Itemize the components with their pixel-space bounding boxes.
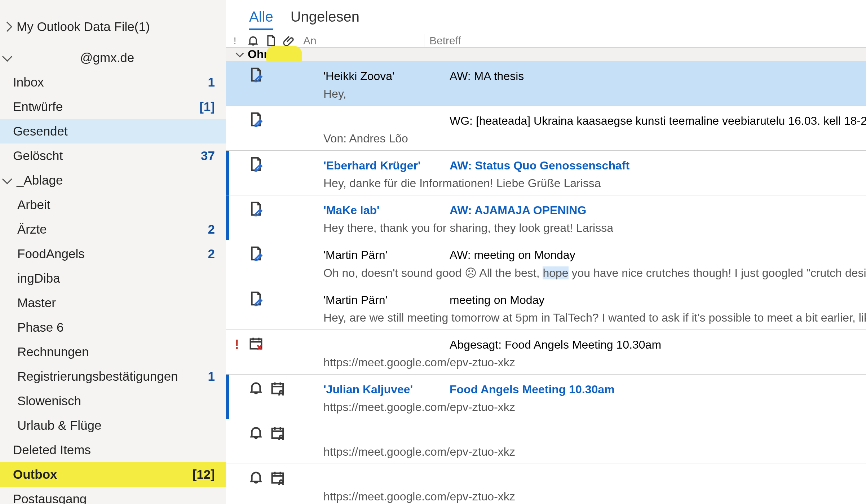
- folder-row[interactable]: Gelöscht37: [0, 143, 226, 168]
- subfolder-count: 2: [208, 222, 215, 236]
- message-row[interactable]: https://meet.google.com/epv-ztuo-xkz: [226, 419, 866, 464]
- deleted-items-label: Deleted Items: [13, 443, 91, 457]
- message-to: 'Martin Pärn': [323, 293, 450, 307]
- message-row[interactable]: 'Heikki Zoova'AW: MA thesisHey,: [226, 61, 866, 106]
- message-preview: Von: Andres Lõo: [226, 132, 866, 145]
- message-subject: AW: Status Quo Genossenschaft: [450, 159, 866, 172]
- subfolder-row[interactable]: Phase 6: [0, 315, 226, 340]
- message-preview: Hey, danke für die Informationen! Liebe …: [226, 177, 866, 190]
- postausgang-row[interactable]: Postausgang: [0, 487, 226, 504]
- subfolder-row[interactable]: Rechnungen: [0, 340, 226, 364]
- message-subject: Abgesagt: Food Angels Meeting 10.30am: [450, 338, 866, 352]
- col-importance[interactable]: !: [226, 34, 244, 47]
- row-icons: [248, 424, 302, 444]
- subfolder-row[interactable]: Ärzte2: [0, 217, 226, 242]
- subfolder-row[interactable]: Master: [0, 291, 226, 315]
- message-preview: Hey there, thank you for sharing, they l…: [226, 221, 866, 235]
- subfolder-label: Urlaub & Flüge: [17, 418, 101, 433]
- message-row[interactable]: 'Martin Pärn'meeting on ModayHey, are we…: [226, 285, 866, 330]
- calendar-people-icon: [269, 469, 286, 488]
- tab-all[interactable]: Alle: [249, 9, 273, 30]
- col-reminder[interactable]: [244, 34, 262, 47]
- tab-unread[interactable]: Ungelesen: [291, 9, 359, 30]
- deleted-items-row[interactable]: Deleted Items: [0, 438, 226, 462]
- subfolder-row[interactable]: Registrierungsbestätigungen1: [0, 364, 226, 389]
- paperclip-icon: [283, 34, 296, 47]
- row-icons: [248, 66, 302, 86]
- subfolder-label: Slowenisch: [17, 394, 81, 408]
- row-icons: [248, 290, 302, 310]
- draft-icon: [248, 66, 264, 86]
- message-preview: https://meet.google.com/epv-ztuo-xkz: [226, 490, 866, 503]
- message-preview: Hey,: [226, 87, 866, 101]
- message-preview: Oh no, doesn't sound good ☹ All the best…: [226, 266, 866, 280]
- folder-row[interactable]: Gesendet: [0, 119, 226, 143]
- subfolder-label: Registrierungsbestätigungen: [17, 369, 178, 384]
- folder-count: [1]: [199, 100, 215, 114]
- data-file-row[interactable]: My Outlook Data File(1): [0, 14, 226, 39]
- draft-icon: [248, 111, 264, 131]
- message-preview: https://meet.google.com/epv-ztuo-xkz: [226, 356, 866, 369]
- message-to: 'Heikki Zoova': [323, 70, 450, 83]
- folder-row[interactable]: Inbox1: [0, 70, 226, 94]
- message-preview: https://meet.google.com/epv-ztuo-xkz: [226, 401, 866, 414]
- message-row[interactable]: 'Julian Kaljuvee'Food Angels Meeting 10.…: [226, 375, 866, 419]
- ablage-row[interactable]: _Ablage: [0, 168, 226, 193]
- bell-icon: [248, 380, 264, 399]
- message-subject: AW: MA thesis: [450, 70, 866, 83]
- chevron-down-icon: [2, 174, 12, 184]
- message-row[interactable]: 'MaKe lab'AW: AJAMAJA OPENINGHey there, …: [226, 195, 866, 240]
- message-to: 'MaKe lab': [323, 204, 450, 217]
- message-subject: AW: meeting on Monday: [450, 248, 866, 262]
- folder-label: Gelöscht: [13, 149, 63, 163]
- col-subject[interactable]: Betreff: [424, 35, 866, 47]
- data-file-label: My Outlook Data File(1): [17, 19, 150, 34]
- account-row[interactable]: @gmx.de: [0, 45, 226, 70]
- message-to: 'Martin Pärn': [323, 248, 450, 262]
- subfolder-row[interactable]: FoodAngels2: [0, 242, 226, 266]
- page-icon: [265, 34, 278, 47]
- message-preview: https://meet.google.com/epv-ztuo-xkz: [226, 445, 866, 459]
- subfolder-row[interactable]: Slowenisch: [0, 389, 226, 413]
- draft-icon: [248, 156, 264, 175]
- folder-row[interactable]: Entwürfe[1]: [0, 94, 226, 119]
- message-preview: Hey, are we still meeting tomorrow at 5p…: [226, 311, 866, 324]
- chevron-down-icon: [2, 52, 12, 62]
- message-subject: WG: [heateada] Ukraina kaasaegse kunsti …: [450, 114, 866, 128]
- folder-label: Gesendet: [13, 124, 68, 138]
- search-highlight: hope: [543, 266, 568, 279]
- message-subject: meeting on Moday: [450, 293, 866, 307]
- col-icon[interactable]: [262, 34, 280, 47]
- column-headers: ! An Betreff: [226, 34, 866, 48]
- message-row[interactable]: 'Eberhard Krüger'AW: Status Quo Genossen…: [226, 151, 866, 195]
- message-row[interactable]: https://meet.google.com/epv-ztuo-xkz: [226, 464, 866, 504]
- row-icons: [248, 200, 302, 220]
- col-to[interactable]: An: [298, 34, 424, 47]
- calendar-cancel-icon: [248, 335, 264, 354]
- row-icons: [248, 335, 302, 354]
- row-icons: [248, 245, 302, 265]
- calendar-people-icon: [269, 424, 286, 444]
- message-to: 'Julian Kaljuvee': [323, 383, 450, 396]
- col-attachment[interactable]: [280, 34, 298, 47]
- subfolder-row[interactable]: ingDiba: [0, 266, 226, 291]
- folder-count: 1: [208, 75, 215, 89]
- message-list-pane: Alle Ungelesen ! An Betreff: [226, 0, 866, 504]
- message-row[interactable]: WG: [heateada] Ukraina kaasaegse kunsti …: [226, 106, 866, 151]
- filter-tabs: Alle Ungelesen: [226, 0, 866, 34]
- importance-flag: !: [226, 337, 248, 352]
- ablage-label: _Ablage: [17, 173, 63, 187]
- chevron-right-icon: [2, 22, 12, 32]
- message-to: 'Eberhard Krüger': [323, 159, 450, 172]
- row-icons: [248, 156, 302, 175]
- subfolder-row[interactable]: Arbeit: [0, 193, 226, 217]
- subfolder-label: Ärzte: [17, 222, 47, 236]
- folder-label: Entwürfe: [13, 100, 63, 114]
- message-row[interactable]: 'Martin Pärn'AW: meeting on MondayOh no,…: [226, 240, 866, 285]
- group-header[interactable]: Ohne: [226, 48, 866, 61]
- message-row[interactable]: ! Abgesagt: Food Angels Meeting 10.30amh…: [226, 330, 866, 375]
- outbox-row[interactable]: Outbox [12]: [0, 462, 226, 487]
- subfolder-row[interactable]: Urlaub & Flüge: [0, 413, 226, 438]
- outbox-label: Outbox: [13, 467, 57, 482]
- row-icons: [248, 469, 302, 488]
